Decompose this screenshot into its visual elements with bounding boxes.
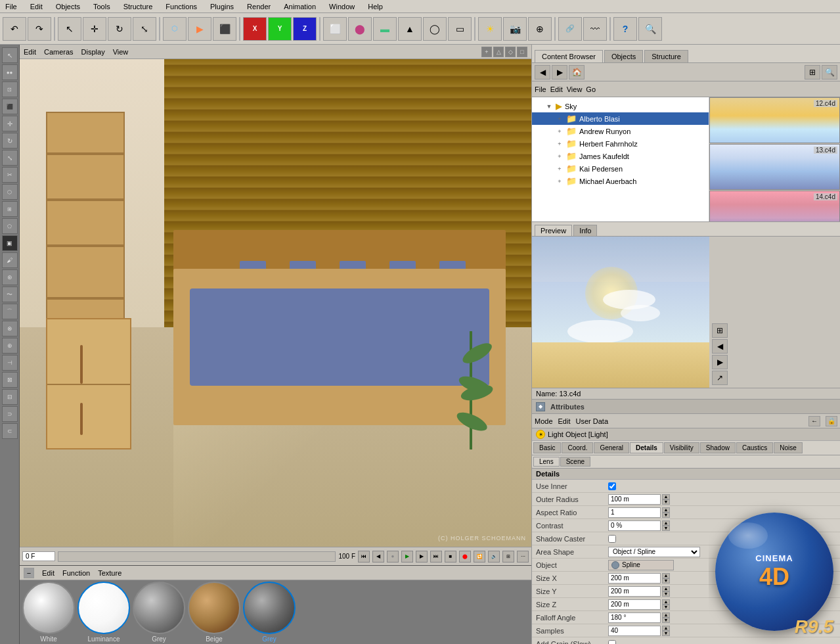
frame-input[interactable] — [22, 551, 55, 561]
attr-spin-down-size-y[interactable]: ▼ — [662, 591, 670, 597]
redo-button[interactable]: ↷ — [28, 17, 51, 41]
cb-thumb-12[interactable]: 12.c4d — [709, 97, 840, 143]
attr-lock-btn[interactable]: 🔒 — [826, 416, 837, 426]
cb-tree-item-5[interactable]: + 📁 Michael Auerbach — [532, 175, 709, 187]
menu-tools[interactable]: Tools — [91, 3, 113, 11]
tool-rotate[interactable]: ↻ — [2, 133, 18, 149]
viewport[interactable]: (C) HOLGER SCHOEMANN — [20, 59, 531, 547]
cb-tree-item-1[interactable]: + 📁 Andrew Runyon — [532, 125, 709, 137]
tool-spline[interactable]: 〜 — [2, 287, 18, 302]
playback-record-all[interactable]: ⬤ — [459, 551, 471, 563]
material-minimize[interactable]: − — [24, 568, 34, 578]
cb-nav-home[interactable]: 🏠 — [569, 65, 585, 80]
light-button[interactable]: ☀ — [478, 17, 502, 41]
cube-button[interactable]: ⬜ — [323, 17, 347, 41]
material-item-beige[interactable]: Beige — [188, 582, 240, 643]
attr-spin-down-outer-radius[interactable]: ▼ — [662, 499, 670, 505]
attr-spin-up-falloff[interactable]: ▲ — [662, 612, 670, 618]
magnet-button[interactable]: 🔗 — [558, 17, 582, 41]
playback-start[interactable]: ⏮ — [358, 551, 370, 563]
material-item-grey2[interactable]: Grey — [243, 582, 296, 643]
cb-view-btn[interactable]: ⊞ — [805, 65, 820, 80]
material-edit-menu[interactable]: Edit — [42, 569, 55, 577]
attr-tab-coord[interactable]: Coord. — [562, 442, 593, 453]
timeline-more[interactable]: ⋯ — [517, 551, 529, 563]
cb-tab-content-browser[interactable]: Content Browser — [535, 50, 603, 62]
tool-bezier[interactable]: ⌒ — [2, 304, 18, 319]
preview-next[interactable]: ▶ — [712, 355, 728, 369]
playback-play[interactable]: ▶ — [401, 551, 413, 563]
attr-arrow-btn[interactable]: ← — [808, 416, 820, 426]
menu-animation[interactable]: Animation — [281, 3, 319, 11]
attr-tab-general[interactable]: General — [594, 442, 629, 453]
expand-icon-2[interactable]: + — [556, 140, 564, 148]
cb-tree-item-4[interactable]: + 📁 Kai Pedersen — [532, 162, 709, 175]
help-button[interactable]: ? — [613, 17, 637, 41]
menu-functions[interactable]: Functions — [163, 3, 200, 11]
attr-input-samples[interactable] — [608, 626, 661, 636]
attr-input-aspect-ratio[interactable] — [608, 507, 661, 518]
cone-button[interactable]: ▲ — [398, 17, 422, 41]
attr-tab-shadow[interactable]: Shadow — [700, 442, 736, 453]
menu-edit[interactable]: Edit — [28, 3, 45, 11]
attr-spin-down-aspect-ratio[interactable]: ▼ — [662, 513, 670, 518]
attr-userdata-menu[interactable]: User Data — [576, 417, 609, 425]
timeline-track[interactable] — [58, 551, 336, 562]
cb-menu-go[interactable]: Go — [586, 85, 596, 93]
cb-tree-item-3[interactable]: + 📁 James Kaufeldt — [532, 150, 709, 162]
tool-texture[interactable]: ⊟ — [2, 389, 18, 405]
menu-window[interactable]: Window — [326, 3, 357, 11]
attr-select-area-shape[interactable]: Object / Spline — [608, 547, 700, 557]
attr-spin-down-contrast[interactable]: ▼ — [662, 526, 670, 531]
render-button[interactable]: ▶ — [188, 17, 211, 41]
vp-edit-menu[interactable]: Edit — [24, 48, 36, 56]
vp-ctrl-triangle[interactable]: △ — [493, 47, 504, 57]
attr-tab-lens[interactable]: Lens — [533, 457, 560, 467]
tool-bridge[interactable]: ⬡ — [2, 184, 18, 200]
preview-zoom-in[interactable]: ⊞ — [712, 323, 728, 338]
preview-tab-preview[interactable]: Preview — [535, 225, 572, 236]
material-item-luminance[interactable]: Luminance — [77, 582, 130, 643]
axis-x-button[interactable]: X — [243, 17, 267, 41]
cb-tree-item-2[interactable]: + 📁 Herbert Fahrnholz — [532, 137, 709, 150]
search-button[interactable]: 🔍 — [638, 17, 662, 41]
playback-stop[interactable]: ■ — [445, 551, 456, 563]
tool-paint[interactable]: 🖌 — [2, 252, 18, 268]
rotate-button[interactable]: ↻ — [108, 17, 131, 41]
attr-tab-basic[interactable]: Basic — [533, 442, 561, 453]
attr-spin-up-contrast[interactable]: ▲ — [662, 520, 670, 526]
attr-tab-details[interactable]: Details — [630, 442, 663, 453]
menu-structure[interactable]: Structure — [121, 3, 156, 11]
attr-mode-menu[interactable]: Mode — [535, 417, 553, 425]
menu-render[interactable]: Render — [244, 3, 273, 11]
material-item-white[interactable]: White — [22, 582, 75, 643]
attr-input-contrast[interactable] — [608, 520, 661, 531]
menu-help[interactable]: Help — [365, 3, 386, 11]
attr-spin-down-falloff[interactable]: ▼ — [662, 618, 670, 623]
bend-button[interactable]: 〰 — [583, 17, 607, 41]
cb-tab-structure[interactable]: Structure — [644, 50, 688, 62]
attr-object-ref[interactable]: Spline — [608, 560, 674, 570]
attr-spin-down-size-z[interactable]: ▼ — [662, 605, 670, 610]
tool-magnet[interactable]: ⊛ — [2, 269, 18, 285]
attr-spin-down-samples[interactable]: ▼ — [662, 631, 670, 636]
expand-icon-0[interactable]: + — [556, 115, 564, 123]
attr-spin-down-size-x[interactable]: ▼ — [662, 578, 670, 584]
cb-thumb-13[interactable]: 13.c4d — [709, 144, 840, 190]
axis-z-button[interactable]: Z — [293, 17, 317, 41]
cb-tree-item-0[interactable]: + 📁 Alberto Blasi — [532, 112, 709, 125]
attr-spin-up-size-z[interactable]: ▲ — [662, 599, 670, 605]
expand-icon-5[interactable]: + — [556, 177, 564, 185]
render-all-button[interactable]: ⬛ — [213, 17, 236, 41]
select-button[interactable]: ↖ — [58, 17, 81, 41]
tool-edges[interactable]: ⊡ — [2, 81, 18, 97]
torus-button[interactable]: ◯ — [423, 17, 447, 41]
cb-tab-objects[interactable]: Objects — [604, 50, 643, 62]
attr-edit-menu[interactable]: Edit — [558, 417, 571, 425]
cb-nav-back[interactable]: ◀ — [535, 65, 550, 80]
tool-extrude[interactable]: ⊞ — [2, 201, 18, 217]
attr-spin-up-aspect-ratio[interactable]: ▲ — [662, 507, 670, 513]
playback-next[interactable]: ▶ — [416, 551, 428, 563]
material-item-grey1[interactable]: Grey — [133, 582, 185, 643]
tool-bone[interactable]: ⊃ — [2, 406, 18, 422]
